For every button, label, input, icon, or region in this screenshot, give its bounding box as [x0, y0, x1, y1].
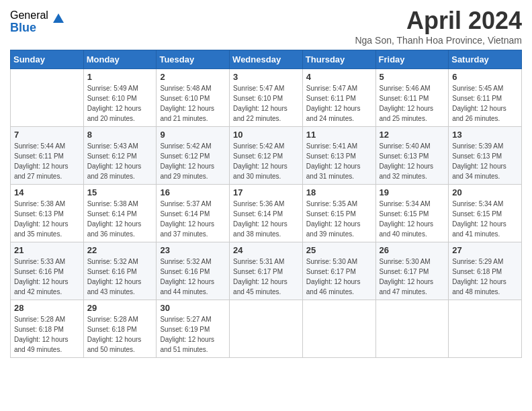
day-info: Sunrise: 5:41 AM Sunset: 6:13 PM Dayligh…	[306, 141, 372, 181]
day-info: Sunrise: 5:38 AM Sunset: 6:14 PM Dayligh…	[87, 199, 153, 239]
calendar-cell: 5Sunrise: 5:46 AM Sunset: 6:11 PM Daylig…	[375, 69, 449, 127]
page-header: General Blue April 2024 Nga Son, Thanh H…	[10, 7, 522, 46]
day-number: 25	[306, 245, 372, 255]
day-info: Sunrise: 5:39 AM Sunset: 6:13 PM Dayligh…	[452, 141, 518, 181]
calendar-cell: 19Sunrise: 5:34 AM Sunset: 6:15 PM Dayli…	[375, 185, 449, 242]
day-number: 23	[160, 245, 226, 255]
day-info: Sunrise: 5:49 AM Sunset: 6:10 PM Dayligh…	[87, 83, 153, 124]
day-number: 9	[160, 130, 226, 140]
day-number: 1	[87, 72, 153, 82]
calendar-header-sunday: Sunday	[11, 50, 84, 69]
calendar-week-2: 7Sunrise: 5:44 AM Sunset: 6:11 PM Daylig…	[11, 127, 522, 185]
day-number: 11	[306, 130, 372, 140]
calendar-cell: 16Sunrise: 5:37 AM Sunset: 6:14 PM Dayli…	[157, 185, 230, 242]
day-info: Sunrise: 5:31 AM Sunset: 6:17 PM Dayligh…	[233, 257, 299, 297]
calendar-cell: 23Sunrise: 5:32 AM Sunset: 6:16 PM Dayli…	[157, 242, 230, 300]
calendar-cell: 4Sunrise: 5:47 AM Sunset: 6:11 PM Daylig…	[302, 69, 375, 127]
calendar-cell	[230, 300, 303, 358]
logo-blue: Blue	[10, 21, 48, 35]
day-number: 19	[380, 187, 445, 197]
day-info: Sunrise: 5:46 AM Sunset: 6:11 PM Dayligh…	[380, 83, 445, 124]
calendar-cell: 21Sunrise: 5:33 AM Sunset: 6:16 PM Dayli…	[11, 242, 84, 300]
day-number: 4	[306, 72, 372, 82]
logo-general: General	[10, 9, 48, 21]
day-number: 26	[380, 245, 445, 255]
day-number: 20	[452, 187, 518, 197]
calendar-cell: 18Sunrise: 5:35 AM Sunset: 6:15 PM Dayli…	[302, 185, 375, 242]
day-number: 21	[14, 245, 80, 255]
calendar-cell: 12Sunrise: 5:40 AM Sunset: 6:13 PM Dayli…	[375, 127, 449, 185]
calendar-cell	[449, 300, 522, 358]
calendar-cell: 8Sunrise: 5:43 AM Sunset: 6:12 PM Daylig…	[83, 127, 157, 185]
day-number: 12	[380, 130, 445, 140]
day-number: 3	[233, 72, 299, 82]
day-number: 24	[233, 245, 299, 255]
calendar-cell: 24Sunrise: 5:31 AM Sunset: 6:17 PM Dayli…	[230, 242, 303, 300]
day-info: Sunrise: 5:30 AM Sunset: 6:17 PM Dayligh…	[306, 257, 372, 297]
calendar-cell: 28Sunrise: 5:28 AM Sunset: 6:18 PM Dayli…	[11, 300, 84, 358]
calendar-cell: 27Sunrise: 5:29 AM Sunset: 6:18 PM Dayli…	[449, 242, 522, 300]
day-info: Sunrise: 5:42 AM Sunset: 6:12 PM Dayligh…	[160, 141, 226, 181]
day-info: Sunrise: 5:38 AM Sunset: 6:13 PM Dayligh…	[14, 199, 80, 239]
calendar-cell: 2Sunrise: 5:48 AM Sunset: 6:10 PM Daylig…	[157, 69, 230, 127]
calendar-cell	[302, 300, 375, 358]
day-info: Sunrise: 5:30 AM Sunset: 6:17 PM Dayligh…	[380, 257, 445, 297]
calendar-cell: 14Sunrise: 5:38 AM Sunset: 6:13 PM Dayli…	[11, 185, 84, 242]
day-number: 27	[452, 245, 518, 255]
calendar-header-thursday: Thursday	[302, 50, 375, 69]
calendar-cell: 25Sunrise: 5:30 AM Sunset: 6:17 PM Dayli…	[302, 242, 375, 300]
day-info: Sunrise: 5:34 AM Sunset: 6:15 PM Dayligh…	[380, 199, 445, 239]
day-info: Sunrise: 5:44 AM Sunset: 6:11 PM Dayligh…	[14, 141, 80, 181]
calendar-cell: 10Sunrise: 5:42 AM Sunset: 6:12 PM Dayli…	[230, 127, 303, 185]
calendar-header-saturday: Saturday	[449, 50, 522, 69]
day-info: Sunrise: 5:47 AM Sunset: 6:10 PM Dayligh…	[233, 83, 299, 124]
calendar-week-1: 1Sunrise: 5:49 AM Sunset: 6:10 PM Daylig…	[11, 69, 522, 127]
calendar-cell	[11, 69, 84, 127]
calendar-cell: 3Sunrise: 5:47 AM Sunset: 6:10 PM Daylig…	[230, 69, 303, 127]
calendar-header-row: SundayMondayTuesdayWednesdayThursdayFrid…	[11, 50, 522, 69]
calendar-header-wednesday: Wednesday	[230, 50, 303, 69]
day-number: 22	[87, 245, 153, 255]
calendar-week-4: 21Sunrise: 5:33 AM Sunset: 6:16 PM Dayli…	[11, 242, 522, 300]
day-info: Sunrise: 5:32 AM Sunset: 6:16 PM Dayligh…	[87, 257, 153, 297]
calendar-cell: 29Sunrise: 5:28 AM Sunset: 6:18 PM Dayli…	[83, 300, 157, 358]
day-number: 13	[452, 130, 518, 140]
calendar: SundayMondayTuesdayWednesdayThursdayFrid…	[10, 50, 522, 358]
day-number: 16	[160, 187, 226, 197]
day-info: Sunrise: 5:42 AM Sunset: 6:12 PM Dayligh…	[233, 141, 299, 181]
day-info: Sunrise: 5:45 AM Sunset: 6:11 PM Dayligh…	[452, 83, 518, 124]
calendar-cell	[375, 300, 449, 358]
day-info: Sunrise: 5:32 AM Sunset: 6:16 PM Dayligh…	[160, 257, 226, 297]
svg-marker-0	[53, 13, 64, 23]
calendar-week-3: 14Sunrise: 5:38 AM Sunset: 6:13 PM Dayli…	[11, 185, 522, 242]
calendar-week-5: 28Sunrise: 5:28 AM Sunset: 6:18 PM Dayli…	[11, 300, 522, 358]
month-title: April 2024	[355, 7, 522, 35]
day-number: 18	[306, 187, 372, 197]
day-number: 29	[87, 303, 153, 313]
day-info: Sunrise: 5:36 AM Sunset: 6:14 PM Dayligh…	[233, 199, 299, 239]
calendar-cell: 22Sunrise: 5:32 AM Sunset: 6:16 PM Dayli…	[83, 242, 157, 300]
day-number: 10	[233, 130, 299, 140]
day-number: 30	[160, 303, 226, 313]
day-info: Sunrise: 5:47 AM Sunset: 6:11 PM Dayligh…	[306, 83, 372, 124]
calendar-cell: 7Sunrise: 5:44 AM Sunset: 6:11 PM Daylig…	[11, 127, 84, 185]
calendar-cell: 13Sunrise: 5:39 AM Sunset: 6:13 PM Dayli…	[449, 127, 522, 185]
day-info: Sunrise: 5:43 AM Sunset: 6:12 PM Dayligh…	[87, 141, 153, 181]
calendar-header-monday: Monday	[83, 50, 157, 69]
calendar-cell: 15Sunrise: 5:38 AM Sunset: 6:14 PM Dayli…	[83, 185, 157, 242]
calendar-cell: 17Sunrise: 5:36 AM Sunset: 6:14 PM Dayli…	[230, 185, 303, 242]
calendar-header-friday: Friday	[375, 50, 449, 69]
logo: General Blue	[10, 9, 66, 34]
day-number: 6	[452, 72, 518, 82]
calendar-cell: 9Sunrise: 5:42 AM Sunset: 6:12 PM Daylig…	[157, 127, 230, 185]
day-info: Sunrise: 5:28 AM Sunset: 6:18 PM Dayligh…	[14, 314, 80, 355]
day-number: 14	[14, 187, 80, 197]
day-info: Sunrise: 5:48 AM Sunset: 6:10 PM Dayligh…	[160, 83, 226, 124]
day-number: 15	[87, 187, 153, 197]
day-info: Sunrise: 5:28 AM Sunset: 6:18 PM Dayligh…	[87, 314, 153, 355]
day-number: 2	[160, 72, 226, 82]
day-number: 8	[87, 130, 153, 140]
day-number: 7	[14, 130, 80, 140]
logo-text: General Blue	[10, 9, 48, 34]
day-info: Sunrise: 5:35 AM Sunset: 6:15 PM Dayligh…	[306, 199, 372, 239]
